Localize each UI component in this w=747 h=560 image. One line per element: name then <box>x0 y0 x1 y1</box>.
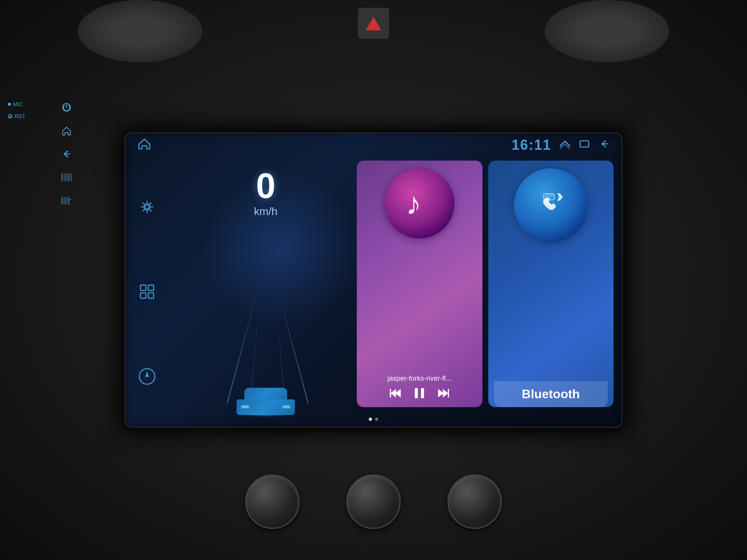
bluetooth-label: Bluetooth <box>522 387 580 401</box>
bluetooth-label-area: Bluetooth <box>494 381 608 407</box>
vent-knob-left[interactable] <box>245 474 300 529</box>
cards-area: ♪ jasper-forks-river-fl... <box>357 161 614 407</box>
mic-rst-panel: MIC RST <box>0 101 70 119</box>
screen-bezel: 16:11 <box>121 129 626 431</box>
album-art: ♪ <box>384 168 454 238</box>
next-button[interactable] <box>437 388 449 401</box>
dot-1[interactable] <box>369 418 372 421</box>
svg-rect-29 <box>448 389 449 397</box>
vent-knob-right[interactable] <box>447 474 502 529</box>
music-controls <box>363 387 477 401</box>
home-physical-button[interactable] <box>60 124 73 137</box>
svg-marker-20 <box>145 371 149 378</box>
bottom-vents <box>245 474 502 529</box>
screen-sidebar <box>126 157 168 427</box>
svg-text:+: + <box>72 172 72 176</box>
bluetooth-card[interactable]: Bluetooth <box>488 161 614 407</box>
svg-marker-28 <box>443 389 448 397</box>
speedometer-area: 0 km/h <box>168 157 363 427</box>
svg-rect-5 <box>67 173 70 181</box>
apps-button[interactable] <box>137 282 157 301</box>
svg-rect-9 <box>64 197 67 205</box>
back-top-icon[interactable] <box>598 139 610 152</box>
svg-rect-16 <box>148 285 154 290</box>
svg-rect-3 <box>61 173 63 181</box>
song-title: jasper-forks-river-fl... <box>363 374 477 383</box>
svg-point-14 <box>145 205 149 209</box>
music-card-bottom: jasper-forks-river-fl... <box>363 374 477 401</box>
svg-rect-8 <box>61 197 63 205</box>
svg-rect-18 <box>148 293 154 298</box>
svg-marker-23 <box>391 389 396 397</box>
volume-down-button[interactable]: - <box>60 194 73 207</box>
hazard-triangle-icon <box>366 17 381 30</box>
svg-marker-22 <box>395 389 401 397</box>
main-screen: 16:11 <box>124 132 622 428</box>
screen-wrapper: 16:11 <box>121 129 626 431</box>
top-right-controls: 16:11 <box>512 137 610 153</box>
music-card[interactable]: ♪ jasper-forks-river-fl... <box>357 161 482 407</box>
top-bar: 16:11 <box>126 133 621 157</box>
double-up-icon[interactable] <box>559 139 571 152</box>
physical-side-panel: + - <box>60 101 73 207</box>
volume-up-button[interactable]: + <box>60 171 73 184</box>
vent-knob-center[interactable] <box>346 474 401 529</box>
dot-indicators <box>369 418 378 421</box>
svg-rect-24 <box>390 389 391 397</box>
svg-rect-12 <box>580 141 589 147</box>
prev-button[interactable] <box>390 388 402 401</box>
vent-top-right <box>545 0 669 62</box>
settings-button[interactable] <box>137 197 157 217</box>
power-button[interactable] <box>60 101 73 114</box>
speed-unit: km/h <box>254 205 278 218</box>
bluetooth-icon-circle <box>514 168 588 242</box>
svg-text:-: - <box>70 196 72 202</box>
svg-rect-26 <box>421 388 424 398</box>
svg-rect-17 <box>140 293 146 298</box>
back-physical-button[interactable] <box>60 148 73 160</box>
svg-rect-15 <box>140 285 146 290</box>
svg-rect-4 <box>64 173 67 181</box>
navigation-button[interactable] <box>137 367 157 386</box>
vent-top-left <box>78 0 202 62</box>
svg-marker-27 <box>438 389 444 397</box>
play-pause-button[interactable] <box>414 387 425 401</box>
recents-icon[interactable] <box>579 139 590 152</box>
dot-2[interactable] <box>375 418 378 421</box>
home-top-icon[interactable] <box>137 138 151 152</box>
car-interior: MIC RST <box>0 0 747 560</box>
svg-rect-25 <box>415 388 418 398</box>
clock-display: 16:11 <box>512 137 551 153</box>
speed-value: 0 <box>256 168 275 203</box>
svg-text:♪: ♪ <box>406 186 421 221</box>
hazard-button[interactable] <box>358 8 389 39</box>
